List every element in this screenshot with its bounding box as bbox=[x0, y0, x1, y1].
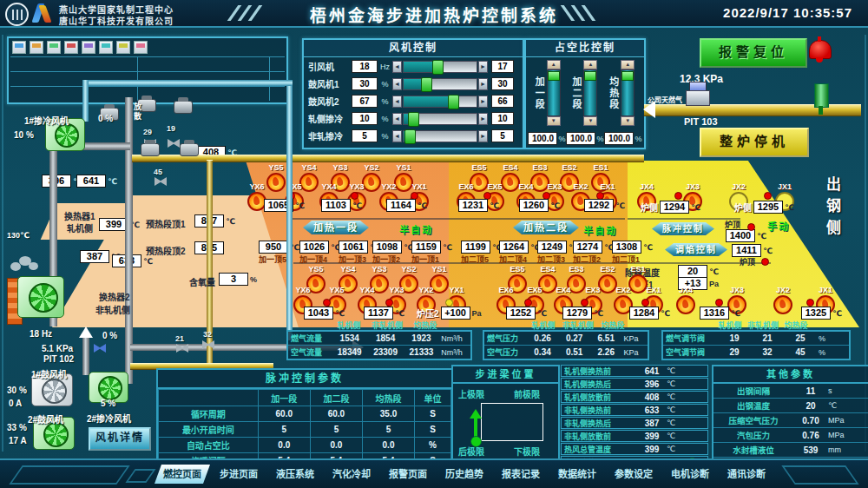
param-value: 0.76 bbox=[793, 431, 828, 440]
value: 18349 bbox=[332, 347, 367, 357]
pulse-value[interactable]: 5 bbox=[362, 422, 414, 438]
unit-label: s bbox=[828, 386, 859, 395]
param-label: 出钢间隔 bbox=[713, 385, 793, 397]
pulse-value: % bbox=[415, 438, 451, 453]
pulse-row-label: 自动占空比 bbox=[159, 438, 259, 453]
plant-label: 29 bbox=[143, 128, 152, 136]
unit-label: ℃ bbox=[667, 432, 687, 440]
sensor-label: 非轧侧换热后 bbox=[562, 418, 637, 429]
unit-label: % bbox=[817, 348, 845, 357]
pulse-params-panel: 脉冲控制参数 加一段加二段均热段单位循环周期60.060.035.0S最小开启时… bbox=[156, 368, 453, 462]
col-header: 轧机侧 bbox=[713, 320, 746, 329]
sensor-label: 轧机侧放散前 bbox=[562, 392, 637, 403]
sensor-value: 399 bbox=[637, 432, 667, 441]
plant-label: 45 bbox=[154, 168, 162, 176]
beam-travel-rect bbox=[481, 403, 543, 441]
pulse-params-title: 脉冲控制参数 bbox=[158, 370, 451, 389]
value: 32 bbox=[751, 347, 784, 357]
col-header: 非轧机侧 bbox=[746, 320, 779, 329]
param-row: 汽包压力0.76MPa bbox=[713, 428, 868, 443]
nav-tab-2[interactable]: 液压系统 bbox=[267, 465, 323, 484]
plant-label: 0 % bbox=[98, 114, 113, 123]
plant-label: 轧机侧 bbox=[67, 221, 93, 234]
pulse-value[interactable]: 5 bbox=[310, 422, 362, 438]
value: 23309 bbox=[367, 347, 403, 357]
pulse-value[interactable]: 35.0 bbox=[362, 406, 414, 422]
plant-label: 130℃ bbox=[7, 231, 30, 240]
unit-label: KPa bbox=[622, 348, 648, 357]
col-header: 均热段 bbox=[779, 320, 812, 329]
spacer bbox=[483, 320, 526, 329]
unit-label: ℃ bbox=[667, 419, 687, 427]
nav-tab-1[interactable]: 步进页面 bbox=[211, 465, 266, 484]
value: 1534 bbox=[332, 333, 367, 343]
nav-tab-7[interactable]: 数据统计 bbox=[549, 465, 605, 484]
pulse-value: S bbox=[415, 406, 451, 422]
sensor-label: 轧机侧换热前 bbox=[562, 366, 637, 377]
plant-label: 5 % bbox=[101, 399, 115, 408]
beam-up-arrow-icon bbox=[470, 403, 482, 419]
flow-row: 空气流量183492330921333Nm³/h bbox=[288, 345, 470, 359]
nav-tab-9[interactable]: 电机诊断 bbox=[662, 465, 718, 484]
pulse-value[interactable]: 0.0 bbox=[310, 438, 362, 453]
plant-label: 1#掺冷风机 bbox=[24, 114, 69, 127]
value: 25 bbox=[784, 333, 817, 343]
plant-label: 18 Hz bbox=[30, 329, 52, 339]
plant-label: 10 % bbox=[14, 130, 34, 140]
plant-label: 5.1 KPa bbox=[42, 344, 73, 353]
value: 2.26 bbox=[590, 347, 622, 357]
nav-tab-4[interactable]: 报警页面 bbox=[380, 465, 436, 484]
flow-col-headers: 轧机侧非轧机侧均热段 bbox=[286, 320, 472, 329]
beam-panel-title: 步进梁位置 bbox=[453, 366, 558, 384]
other-params-panel: 其他参数 出钢间隔11s出钢温度20℃压缩空气压力0.70MPa汽包压力0.76… bbox=[712, 365, 868, 462]
pulse-row-label: 最小开启时间 bbox=[159, 422, 259, 438]
value: 0.27 bbox=[558, 333, 590, 343]
nav-tab-0[interactable]: 燃控页面 bbox=[155, 465, 210, 484]
nav-tab-3[interactable]: 汽化冷却 bbox=[324, 465, 379, 484]
row-label: 空气调节阀 bbox=[663, 346, 718, 358]
pulse-col-header bbox=[159, 390, 259, 406]
param-label: 压缩空气压力 bbox=[713, 414, 793, 426]
sensor-value: 408 bbox=[637, 392, 667, 402]
plant-label: 2#掺冷风机 bbox=[87, 412, 131, 425]
plant-label: 19 bbox=[167, 124, 175, 133]
pulse-value[interactable]: 60.0 bbox=[258, 406, 310, 422]
scada-screen: 燕山大学国家轧制工程中心 唐山华丁科技开发有限公司 梧州金海步进加热炉控制系统 … bbox=[0, 0, 868, 488]
flow-row: 燃气调节阀192125% bbox=[663, 332, 849, 345]
nav-tab-5[interactable]: 历史趋势 bbox=[437, 465, 492, 484]
col-header: 轧机侧 bbox=[330, 320, 368, 329]
sensor-value: 633 bbox=[637, 406, 667, 415]
pulse-value[interactable]: 0.0 bbox=[362, 438, 414, 453]
nav-tab-bar: 燃控页面步进页面液压系统汽化冷却报警页面历史趋势报表记录数据统计参数设定电机诊断… bbox=[155, 465, 774, 484]
pulse-col-header: 均热段 bbox=[362, 390, 414, 406]
plant-label: 17 A bbox=[9, 436, 27, 445]
col-header: 轧机侧 bbox=[526, 320, 561, 329]
sensor-label: 轧机侧换热后 bbox=[562, 379, 637, 390]
plant-label: 33 % bbox=[7, 423, 27, 432]
sensor-row: 热风总管温度399℃ bbox=[561, 443, 708, 455]
sensor-row: 轧机侧换热前641℃ bbox=[561, 365, 708, 377]
water-pipe bbox=[82, 80, 89, 122]
pulse-value[interactable]: 0.0 bbox=[258, 438, 310, 453]
flow-arrow-icon bbox=[79, 320, 93, 338]
sensor-row: 轧机侧换热后396℃ bbox=[561, 378, 708, 390]
sensor-value: 399 bbox=[637, 445, 667, 454]
unit-label: ℃ bbox=[667, 366, 687, 375]
nav-tab-10[interactable]: 通讯诊断 bbox=[719, 465, 774, 484]
value: 0.34 bbox=[527, 347, 559, 357]
value: 0.26 bbox=[527, 333, 559, 343]
plant-label: 换热器2 bbox=[99, 290, 130, 303]
value: 21333 bbox=[404, 347, 439, 357]
pulse-value[interactable]: 60.0 bbox=[310, 406, 362, 422]
value: 45 bbox=[784, 347, 817, 357]
fan-detail-button[interactable]: 风机详情 bbox=[89, 427, 151, 451]
nav-tab-8[interactable]: 参数设定 bbox=[606, 465, 661, 484]
valve-icon bbox=[94, 344, 106, 353]
deco-frame bbox=[9, 465, 129, 485]
sensor-label: 非轧侧放散前 bbox=[562, 431, 637, 442]
water-pipe bbox=[286, 80, 293, 340]
value: 21 bbox=[751, 333, 784, 343]
pulse-value[interactable]: 5 bbox=[258, 422, 310, 438]
nav-tab-6[interactable]: 报表记录 bbox=[493, 465, 549, 484]
beam-front-limit: 前极限 bbox=[514, 387, 540, 400]
